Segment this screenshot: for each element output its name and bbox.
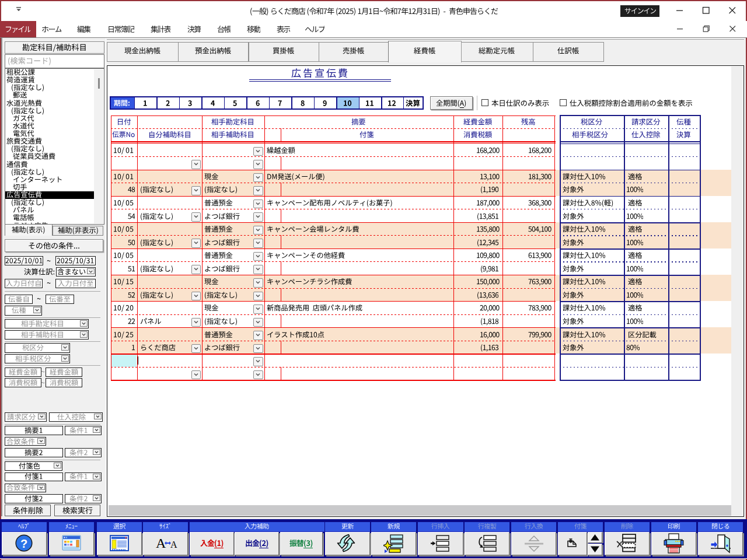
svg-text:?: ? bbox=[20, 537, 27, 550]
svg-text:A: A bbox=[170, 540, 177, 550]
